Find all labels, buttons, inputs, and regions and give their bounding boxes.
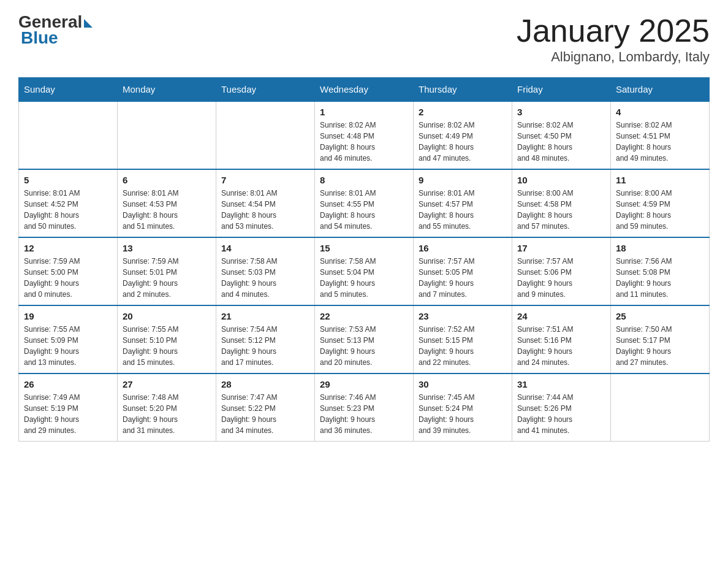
calendar-cell: 14Sunrise: 7:58 AM Sunset: 5:03 PM Dayli… xyxy=(216,237,315,305)
day-info: Sunrise: 7:58 AM Sunset: 5:03 PM Dayligh… xyxy=(221,256,309,300)
day-info: Sunrise: 8:01 AM Sunset: 4:55 PM Dayligh… xyxy=(320,188,408,232)
calendar-cell xyxy=(19,101,118,169)
calendar-cell: 19Sunrise: 7:55 AM Sunset: 5:09 PM Dayli… xyxy=(19,305,118,373)
day-info: Sunrise: 7:48 AM Sunset: 5:20 PM Dayligh… xyxy=(123,392,211,436)
col-saturday: Saturday xyxy=(611,78,710,102)
day-number: 21 xyxy=(221,311,309,321)
day-info: Sunrise: 7:57 AM Sunset: 5:06 PM Dayligh… xyxy=(517,256,605,300)
day-number: 14 xyxy=(221,243,309,253)
day-number: 10 xyxy=(517,175,605,185)
day-info: Sunrise: 8:01 AM Sunset: 4:57 PM Dayligh… xyxy=(419,188,507,232)
day-info: Sunrise: 7:50 AM Sunset: 5:17 PM Dayligh… xyxy=(616,324,704,368)
calendar-cell: 31Sunrise: 7:44 AM Sunset: 5:26 PM Dayli… xyxy=(512,373,611,442)
calendar-cell: 25Sunrise: 7:50 AM Sunset: 5:17 PM Dayli… xyxy=(611,305,710,373)
calendar-cell: 7Sunrise: 8:01 AM Sunset: 4:54 PM Daylig… xyxy=(216,169,315,237)
calendar-cell xyxy=(611,373,710,442)
day-info: Sunrise: 7:55 AM Sunset: 5:10 PM Dayligh… xyxy=(123,324,211,368)
day-info: Sunrise: 7:54 AM Sunset: 5:12 PM Dayligh… xyxy=(221,324,309,368)
day-info: Sunrise: 8:02 AM Sunset: 4:51 PM Dayligh… xyxy=(616,120,704,164)
calendar-cell: 22Sunrise: 7:53 AM Sunset: 5:13 PM Dayli… xyxy=(315,305,414,373)
col-sunday: Sunday xyxy=(19,78,118,102)
day-info: Sunrise: 7:52 AM Sunset: 5:15 PM Dayligh… xyxy=(419,324,507,368)
calendar-cell: 2Sunrise: 8:02 AM Sunset: 4:49 PM Daylig… xyxy=(414,101,512,169)
day-number: 20 xyxy=(123,311,211,321)
day-info: Sunrise: 7:49 AM Sunset: 5:19 PM Dayligh… xyxy=(24,392,112,436)
calendar-cell: 10Sunrise: 8:00 AM Sunset: 4:58 PM Dayli… xyxy=(512,169,611,237)
day-number: 16 xyxy=(419,243,507,253)
title-section: January 2025 Albignano, Lombardy, Italy xyxy=(517,12,710,65)
day-info: Sunrise: 8:01 AM Sunset: 4:54 PM Dayligh… xyxy=(221,188,309,232)
day-info: Sunrise: 7:59 AM Sunset: 5:00 PM Dayligh… xyxy=(24,256,112,300)
calendar-cell: 28Sunrise: 7:47 AM Sunset: 5:22 PM Dayli… xyxy=(216,373,315,442)
day-number: 1 xyxy=(320,107,408,117)
day-number: 8 xyxy=(320,175,408,185)
day-number: 29 xyxy=(320,379,408,389)
calendar-cell xyxy=(118,101,216,169)
col-thursday: Thursday xyxy=(414,78,512,102)
day-number: 12 xyxy=(24,243,112,253)
calendar-subtitle: Albignano, Lombardy, Italy xyxy=(517,49,710,65)
day-number: 18 xyxy=(616,243,704,253)
day-info: Sunrise: 7:53 AM Sunset: 5:13 PM Dayligh… xyxy=(320,324,408,368)
col-friday: Friday xyxy=(512,78,611,102)
calendar-cell: 12Sunrise: 7:59 AM Sunset: 5:00 PM Dayli… xyxy=(19,237,118,305)
day-number: 15 xyxy=(320,243,408,253)
day-info: Sunrise: 7:45 AM Sunset: 5:24 PM Dayligh… xyxy=(419,392,507,436)
day-number: 6 xyxy=(123,175,211,185)
day-number: 3 xyxy=(517,107,605,117)
calendar-cell: 24Sunrise: 7:51 AM Sunset: 5:16 PM Dayli… xyxy=(512,305,611,373)
calendar-cell: 18Sunrise: 7:56 AM Sunset: 5:08 PM Dayli… xyxy=(611,237,710,305)
calendar-cell: 5Sunrise: 8:01 AM Sunset: 4:52 PM Daylig… xyxy=(19,169,118,237)
day-number: 19 xyxy=(24,311,112,321)
day-info: Sunrise: 7:59 AM Sunset: 5:01 PM Dayligh… xyxy=(123,256,211,300)
day-number: 22 xyxy=(320,311,408,321)
calendar-cell: 8Sunrise: 8:01 AM Sunset: 4:55 PM Daylig… xyxy=(315,169,414,237)
day-number: 24 xyxy=(517,311,605,321)
calendar-cell: 30Sunrise: 7:45 AM Sunset: 5:24 PM Dayli… xyxy=(414,373,512,442)
day-number: 23 xyxy=(419,311,507,321)
day-number: 11 xyxy=(616,175,704,185)
day-info: Sunrise: 8:02 AM Sunset: 4:50 PM Dayligh… xyxy=(517,120,605,164)
day-info: Sunrise: 7:58 AM Sunset: 5:04 PM Dayligh… xyxy=(320,256,408,300)
calendar-cell xyxy=(216,101,315,169)
calendar-title: January 2025 xyxy=(517,12,710,49)
day-info: Sunrise: 7:56 AM Sunset: 5:08 PM Dayligh… xyxy=(616,256,704,300)
calendar-cell: 9Sunrise: 8:01 AM Sunset: 4:57 PM Daylig… xyxy=(414,169,512,237)
week-row-4: 19Sunrise: 7:55 AM Sunset: 5:09 PM Dayli… xyxy=(19,305,710,373)
day-info: Sunrise: 8:01 AM Sunset: 4:53 PM Dayligh… xyxy=(123,188,211,232)
calendar-header-row: Sunday Monday Tuesday Wednesday Thursday… xyxy=(19,78,710,102)
day-number: 27 xyxy=(123,379,211,389)
page-header: General Blue January 2025 Albignano, Lom… xyxy=(18,12,710,65)
day-number: 30 xyxy=(419,379,507,389)
week-row-2: 5Sunrise: 8:01 AM Sunset: 4:52 PM Daylig… xyxy=(19,169,710,237)
day-number: 13 xyxy=(123,243,211,253)
col-monday: Monday xyxy=(118,78,216,102)
col-wednesday: Wednesday xyxy=(315,78,414,102)
week-row-1: 1Sunrise: 8:02 AM Sunset: 4:48 PM Daylig… xyxy=(19,101,710,169)
calendar-cell: 15Sunrise: 7:58 AM Sunset: 5:04 PM Dayli… xyxy=(315,237,414,305)
week-row-3: 12Sunrise: 7:59 AM Sunset: 5:00 PM Dayli… xyxy=(19,237,710,305)
day-number: 2 xyxy=(419,107,507,117)
day-info: Sunrise: 7:51 AM Sunset: 5:16 PM Dayligh… xyxy=(517,324,605,368)
calendar-cell: 4Sunrise: 8:02 AM Sunset: 4:51 PM Daylig… xyxy=(611,101,710,169)
day-info: Sunrise: 8:01 AM Sunset: 4:52 PM Dayligh… xyxy=(24,188,112,232)
day-number: 9 xyxy=(419,175,507,185)
calendar-table: Sunday Monday Tuesday Wednesday Thursday… xyxy=(18,77,710,442)
day-info: Sunrise: 7:44 AM Sunset: 5:26 PM Dayligh… xyxy=(517,392,605,436)
calendar-cell: 17Sunrise: 7:57 AM Sunset: 5:06 PM Dayli… xyxy=(512,237,611,305)
calendar-cell: 21Sunrise: 7:54 AM Sunset: 5:12 PM Dayli… xyxy=(216,305,315,373)
day-info: Sunrise: 7:55 AM Sunset: 5:09 PM Dayligh… xyxy=(24,324,112,368)
day-info: Sunrise: 8:02 AM Sunset: 4:49 PM Dayligh… xyxy=(419,120,507,164)
day-number: 7 xyxy=(221,175,309,185)
calendar-cell: 13Sunrise: 7:59 AM Sunset: 5:01 PM Dayli… xyxy=(118,237,216,305)
calendar-cell: 11Sunrise: 8:00 AM Sunset: 4:59 PM Dayli… xyxy=(611,169,710,237)
logo-blue-label: Blue xyxy=(21,28,58,48)
day-info: Sunrise: 8:00 AM Sunset: 4:59 PM Dayligh… xyxy=(616,188,704,232)
day-info: Sunrise: 7:47 AM Sunset: 5:22 PM Dayligh… xyxy=(221,392,309,436)
calendar-cell: 20Sunrise: 7:55 AM Sunset: 5:10 PM Dayli… xyxy=(118,305,216,373)
day-info: Sunrise: 7:57 AM Sunset: 5:05 PM Dayligh… xyxy=(419,256,507,300)
logo-arrow-icon xyxy=(84,19,93,28)
calendar-cell: 23Sunrise: 7:52 AM Sunset: 5:15 PM Dayli… xyxy=(414,305,512,373)
calendar-cell: 26Sunrise: 7:49 AM Sunset: 5:19 PM Dayli… xyxy=(19,373,118,442)
logo: General Blue xyxy=(18,12,93,48)
